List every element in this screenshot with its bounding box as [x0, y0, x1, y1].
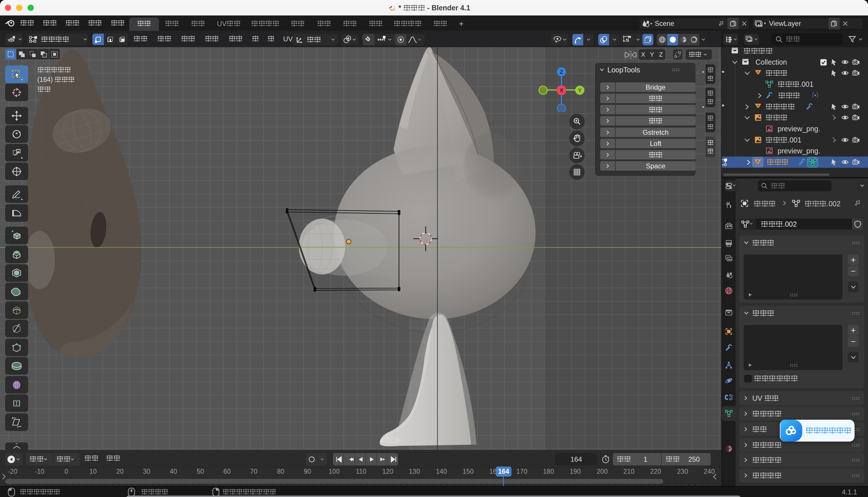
svg-text:X: X — [560, 87, 563, 94]
svg-text:Y: Y — [578, 87, 582, 94]
svg-text:Z: Z — [560, 69, 563, 75]
